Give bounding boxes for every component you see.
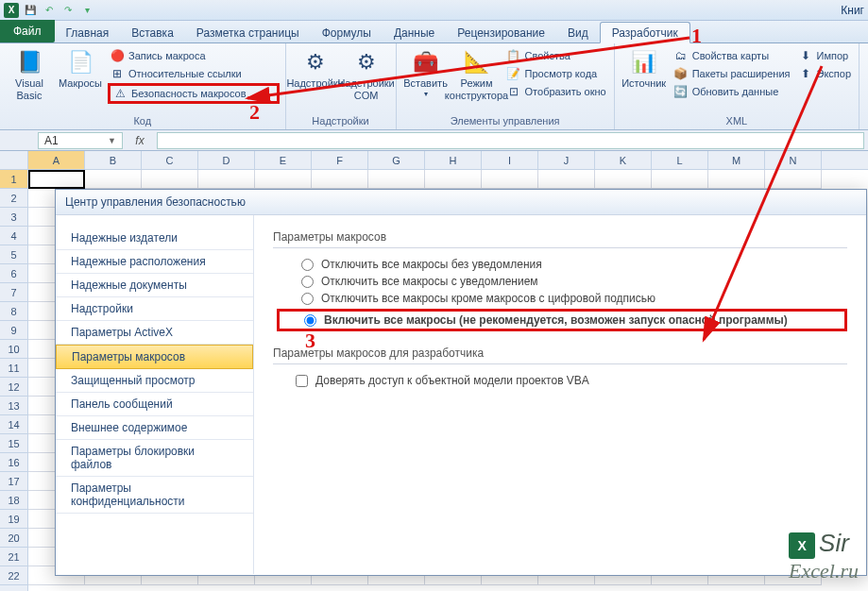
fx-icon[interactable]: fx	[128, 134, 151, 147]
col-header[interactable]: E	[255, 151, 312, 169]
cell[interactable]	[85, 170, 142, 189]
macros-button[interactable]: 📄 Макросы	[57, 45, 104, 92]
col-header[interactable]: F	[312, 151, 368, 169]
opt-disable-with-notify[interactable]: Отключить все макросы с уведомлением	[301, 275, 847, 288]
row-header[interactable]: 9	[0, 321, 27, 340]
cell[interactable]	[28, 170, 85, 189]
visual-basic-button[interactable]: 📘 Visual Basic	[6, 45, 53, 103]
radio-input[interactable]	[304, 314, 316, 327]
show-window-button[interactable]: ⊡Отобразить окно	[504, 83, 608, 100]
insert-button[interactable]: 🧰Вставить▾	[402, 45, 450, 100]
properties-button[interactable]: 📋Свойства	[504, 47, 608, 64]
nav-item[interactable]: Параметры макросов	[56, 345, 253, 369]
col-header[interactable]: H	[425, 151, 482, 169]
select-all-corner[interactable]	[0, 151, 28, 170]
tab-developer[interactable]: Разработчик	[600, 22, 690, 43]
row-header[interactable]: 12	[0, 378, 27, 397]
cell[interactable]	[652, 170, 708, 189]
tab-review[interactable]: Рецензирование	[446, 23, 556, 42]
nav-item[interactable]: Надстройки	[56, 297, 253, 321]
refresh-data-button[interactable]: 🔄Обновить данные	[672, 83, 792, 100]
radio-input[interactable]	[301, 293, 314, 305]
row-header[interactable]: 7	[0, 283, 27, 302]
cell[interactable]	[482, 170, 538, 189]
row-header[interactable]: 3	[0, 208, 27, 227]
record-macro-button[interactable]: 🔴Запись макроса	[108, 47, 280, 64]
row-header[interactable]: 5	[0, 245, 27, 264]
row-header[interactable]: 22	[0, 566, 27, 585]
row-header[interactable]: 20	[0, 529, 27, 548]
cell[interactable]	[425, 170, 482, 189]
com-addins-button[interactable]: ⚙Надстройки COM	[343, 45, 390, 103]
undo-icon[interactable]: ↶	[42, 3, 57, 18]
col-header[interactable]: M	[708, 151, 765, 169]
nav-item[interactable]: Надежные расположения	[56, 250, 253, 274]
col-header[interactable]: K	[595, 151, 652, 169]
row-header[interactable]: 14	[0, 415, 27, 434]
import-button[interactable]: ⬇Импор	[796, 47, 854, 64]
nav-item[interactable]: Надежные документы	[56, 274, 253, 297]
formula-input[interactable]	[157, 132, 864, 149]
tab-data[interactable]: Данные	[383, 23, 446, 42]
col-header[interactable]: J	[538, 151, 595, 169]
nav-item[interactable]: Панель сообщений	[56, 393, 253, 416]
row-header[interactable]: 6	[0, 264, 27, 283]
nav-item[interactable]: Параметры конфиденциальности	[56, 477, 253, 514]
col-header[interactable]: B	[85, 151, 142, 169]
col-header[interactable]: I	[482, 151, 538, 169]
radio-input[interactable]	[301, 276, 314, 288]
opt-disable-except-signed[interactable]: Отключить все макросы кроме макросов с ц…	[301, 292, 847, 305]
export-button[interactable]: ⬆Экспор	[796, 65, 854, 82]
cell[interactable]	[765, 170, 822, 189]
cell[interactable]	[538, 170, 595, 189]
cell[interactable]	[595, 170, 652, 189]
col-header[interactable]: C	[142, 151, 198, 169]
col-header[interactable]: N	[765, 151, 822, 169]
nav-item[interactable]: Параметры ActiveX	[56, 321, 253, 345]
tab-page-layout[interactable]: Разметка страницы	[185, 23, 311, 42]
chevron-down-icon[interactable]: ▼	[108, 136, 116, 145]
col-header[interactable]: G	[368, 151, 425, 169]
row-header[interactable]: 16	[0, 453, 27, 472]
tab-home[interactable]: Главная	[55, 23, 121, 42]
name-box[interactable]: A1▼	[38, 132, 123, 149]
cell[interactable]	[198, 170, 255, 189]
row-header[interactable]: 10	[0, 340, 27, 359]
qat-dropdown-icon[interactable]: ▾	[79, 3, 94, 18]
row-header[interactable]: 8	[0, 302, 27, 321]
nav-item[interactable]: Надежные издатели	[56, 227, 253, 250]
nav-item[interactable]: Внешнее содержимое	[56, 416, 253, 440]
row-header[interactable]: 18	[0, 491, 27, 510]
opt-disable-no-notify[interactable]: Отключить все макросы без уведомления	[301, 258, 847, 271]
nav-item[interactable]: Защищенный просмотр	[56, 369, 253, 393]
col-header[interactable]: D	[198, 151, 255, 169]
col-header[interactable]: L	[652, 151, 708, 169]
cell[interactable]	[708, 170, 765, 189]
cell[interactable]	[142, 170, 198, 189]
expansion-packs-button[interactable]: 📦Пакеты расширения	[672, 65, 792, 82]
row-header[interactable]: 15	[0, 434, 27, 453]
save-icon[interactable]: 💾	[23, 3, 38, 18]
tab-insert[interactable]: Вставка	[120, 23, 185, 42]
row-header[interactable]: 1	[0, 170, 27, 189]
row-header[interactable]: 19	[0, 510, 27, 529]
row-header[interactable]: 11	[0, 359, 27, 378]
source-button[interactable]: 📊Источник	[621, 45, 668, 92]
relative-refs-button[interactable]: ⊞Относительные ссылки	[108, 65, 280, 82]
tab-view[interactable]: Вид	[556, 23, 600, 42]
addins-button[interactable]: ⚙Надстройки	[292, 45, 339, 92]
row-header[interactable]: 17	[0, 472, 27, 491]
nav-item[interactable]: Параметры блокировки файлов	[56, 440, 253, 477]
cell[interactable]	[312, 170, 368, 189]
map-properties-button[interactable]: 🗂Свойства карты	[672, 47, 792, 64]
redo-icon[interactable]: ↷	[60, 3, 76, 18]
opt-enable-all-highlighted[interactable]: Включить все макросы (не рекомендуется, …	[277, 309, 847, 331]
cell[interactable]	[255, 170, 312, 189]
row-header[interactable]: 4	[0, 227, 27, 245]
design-mode-button[interactable]: 📐Режим конструктора	[453, 45, 501, 103]
tab-formulas[interactable]: Формулы	[311, 23, 383, 42]
checkbox-input[interactable]	[296, 375, 308, 387]
row-header[interactable]: 2	[0, 189, 27, 208]
view-code-button[interactable]: 📝Просмотр кода	[504, 65, 608, 82]
tab-file[interactable]: Файл	[0, 20, 55, 42]
